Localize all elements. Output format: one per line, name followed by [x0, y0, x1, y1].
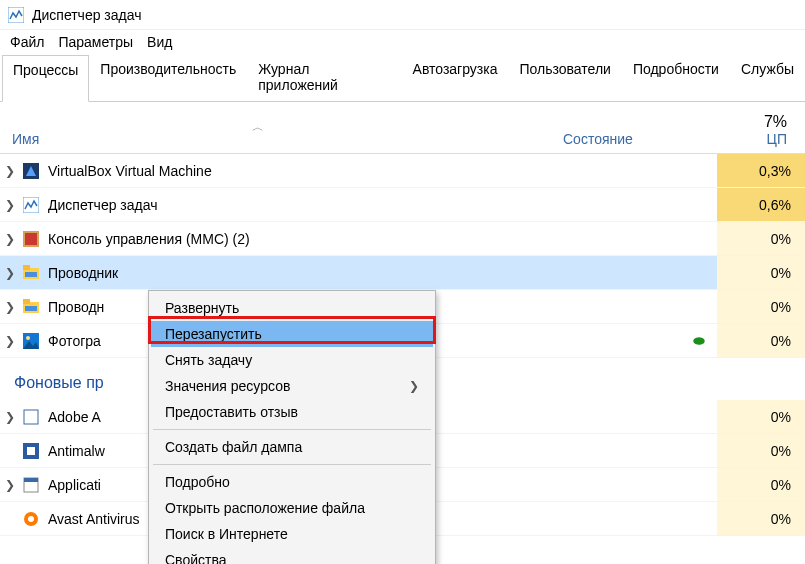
- process-name: VirtualBox Virtual Machine: [48, 163, 212, 179]
- tab-performance[interactable]: Производительность: [89, 54, 247, 101]
- chevron-right-icon[interactable]: ❯: [0, 266, 20, 280]
- menu-item-end-task[interactable]: Снять задачу: [151, 347, 433, 373]
- process-name: Antimalw: [48, 443, 105, 459]
- process-cpu: 0%: [717, 434, 805, 467]
- chevron-right-icon: ❯: [409, 379, 419, 393]
- shield-icon: [22, 442, 40, 460]
- context-menu: Развернуть Перезапустить Снять задачу Зн…: [148, 290, 436, 564]
- process-cpu: 0%: [717, 324, 805, 357]
- process-cpu: 0%: [717, 256, 805, 289]
- svg-rect-8: [25, 272, 37, 277]
- menu-item-feedback[interactable]: Предоставить отзыв: [151, 399, 433, 425]
- process-name: Фотогра: [48, 333, 101, 349]
- svg-rect-7: [23, 265, 30, 270]
- process-cpu: 0,6%: [717, 188, 805, 221]
- menu-file[interactable]: Файл: [10, 34, 44, 50]
- tab-services[interactable]: Службы: [730, 54, 805, 101]
- svg-rect-19: [24, 478, 38, 482]
- process-cpu: 0%: [717, 222, 805, 255]
- process-name: Консоль управления (MMC) (2): [48, 231, 250, 247]
- process-cpu: 0,3%: [717, 154, 805, 187]
- tab-details[interactable]: Подробности: [622, 54, 730, 101]
- menu-item-label: Подробно: [165, 474, 230, 490]
- menu-item-label: Значения ресурсов: [165, 378, 290, 394]
- menu-item-label: Снять задачу: [165, 352, 252, 368]
- virtualbox-icon: [22, 162, 40, 180]
- chevron-right-icon[interactable]: ❯: [0, 334, 20, 348]
- explorer-icon: [22, 264, 40, 282]
- titlebar: Диспетчер задач: [0, 0, 805, 30]
- sort-indicator-icon: ︿: [252, 119, 264, 136]
- svg-point-21: [28, 516, 34, 522]
- taskmgr-icon: [22, 196, 40, 214]
- menu-item-details[interactable]: Подробно: [151, 469, 433, 495]
- process-name: Applicati: [48, 477, 101, 493]
- adobe-icon: [22, 408, 40, 426]
- menu-item-properties[interactable]: Свойства: [151, 547, 433, 564]
- process-cpu: 0%: [717, 400, 805, 433]
- chevron-right-icon[interactable]: ❯: [0, 410, 20, 424]
- chevron-right-icon[interactable]: ❯: [0, 198, 20, 212]
- table-row[interactable]: ❯ Диспетчер задач 0,6%: [0, 188, 805, 222]
- svg-rect-11: [25, 306, 37, 311]
- menu-item-search-online[interactable]: Поиск в Интернете: [151, 521, 433, 547]
- process-name: Adobe A: [48, 409, 101, 425]
- menu-item-expand[interactable]: Развернуть: [151, 295, 433, 321]
- photos-icon: [22, 332, 40, 350]
- tabbar: Процессы Производительность Журнал прило…: [0, 54, 805, 102]
- col-header-name-label: Имя: [12, 131, 39, 147]
- explorer-icon: [22, 298, 40, 316]
- tab-startup[interactable]: Автозагрузка: [402, 54, 509, 101]
- col-header-cpu[interactable]: 7% ЦП: [713, 113, 801, 147]
- chevron-right-icon[interactable]: ❯: [0, 232, 20, 246]
- process-cpu: 0%: [717, 468, 805, 501]
- menu-item-label: Свойства: [165, 552, 226, 564]
- menu-item-label: Предоставить отзыв: [165, 404, 298, 420]
- menu-item-label: Развернуть: [165, 300, 239, 316]
- table-row[interactable]: ❯ VirtualBox Virtual Machine 0,3%: [0, 154, 805, 188]
- window-title: Диспетчер задач: [32, 7, 142, 23]
- chevron-right-icon[interactable]: ❯: [0, 300, 20, 314]
- tab-processes[interactable]: Процессы: [2, 55, 89, 102]
- menu-item-create-dump[interactable]: Создать файл дампа: [151, 434, 433, 460]
- process-name: Проводн: [48, 299, 104, 315]
- tab-users[interactable]: Пользователи: [509, 54, 622, 101]
- cpu-label: ЦП: [767, 131, 787, 147]
- table-row[interactable]: ❯ Проводник 0%: [0, 256, 805, 290]
- menu-item-restart[interactable]: Перезапустить: [151, 321, 433, 347]
- app-icon: [8, 7, 24, 23]
- process-cpu: 0%: [717, 502, 805, 535]
- menu-separator: [153, 464, 431, 465]
- menu-separator: [153, 429, 431, 430]
- process-state: ⬬: [567, 332, 717, 349]
- menu-options[interactable]: Параметры: [58, 34, 133, 50]
- svg-rect-17: [27, 447, 35, 455]
- menu-view[interactable]: Вид: [147, 34, 172, 50]
- process-name: Avast Antivirus: [48, 511, 140, 527]
- avast-icon: [22, 510, 40, 528]
- col-header-name[interactable]: ︿ Имя: [12, 131, 563, 147]
- menu-item-resource-values[interactable]: Значения ресурсов ❯: [151, 373, 433, 399]
- cpu-total-value: 7%: [764, 113, 787, 131]
- process-name: Диспетчер задач: [48, 197, 158, 213]
- svg-rect-15: [24, 410, 38, 424]
- menu-item-label: Перезапустить: [165, 326, 262, 342]
- column-headers: ︿ Имя Состояние 7% ЦП: [0, 102, 805, 154]
- chevron-right-icon[interactable]: ❯: [0, 164, 20, 178]
- process-name: Проводник: [48, 265, 118, 281]
- process-cpu: 0%: [717, 290, 805, 323]
- col-header-state[interactable]: Состояние: [563, 131, 713, 147]
- svg-rect-5: [25, 233, 37, 245]
- svg-point-13: [26, 336, 30, 340]
- menu-item-label: Открыть расположение файла: [165, 500, 365, 516]
- menu-item-open-location[interactable]: Открыть расположение файла: [151, 495, 433, 521]
- menu-item-label: Поиск в Интернете: [165, 526, 288, 542]
- menubar: Файл Параметры Вид: [0, 30, 805, 54]
- mmc-icon: [22, 230, 40, 248]
- chevron-right-icon[interactable]: ❯: [0, 478, 20, 492]
- menu-item-label: Создать файл дампа: [165, 439, 302, 455]
- app-frame-icon: [22, 476, 40, 494]
- tab-app-history[interactable]: Журнал приложений: [247, 54, 401, 101]
- table-row[interactable]: ❯ Консоль управления (MMC) (2) 0%: [0, 222, 805, 256]
- leaf-icon: ⬬: [693, 332, 705, 348]
